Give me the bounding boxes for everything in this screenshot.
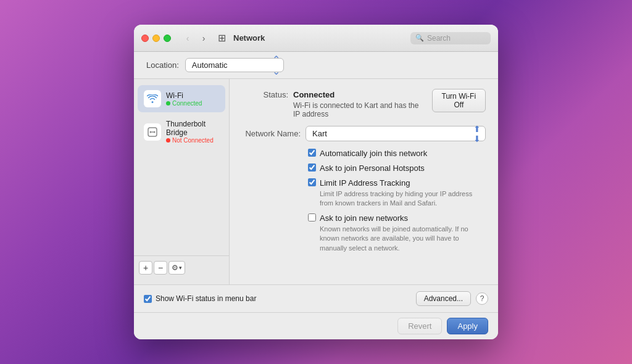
checkbox-hotspot: Ask to join Personal Hotspots: [308, 162, 486, 173]
checkboxes-area: Automatically join this network Ask to j…: [242, 147, 486, 253]
limit-ip-checkbox[interactable]: [308, 178, 316, 186]
advanced-button[interactable]: Advanced...: [416, 291, 471, 306]
auto-join-content: Automatically join this network: [320, 147, 427, 159]
sidebar: Wi-Fi Connected: [134, 79, 230, 284]
auto-join-checkbox[interactable]: [308, 149, 316, 157]
location-select[interactable]: Automatic: [185, 58, 284, 72]
bottom-bar: Show Wi-Fi status in menu bar Advanced..…: [134, 284, 498, 312]
close-button[interactable]: [141, 35, 149, 42]
new-networks-checkbox[interactable]: [308, 213, 316, 221]
remove-network-button[interactable]: −: [154, 261, 167, 275]
search-box[interactable]: 🔍: [410, 32, 491, 44]
maximize-button[interactable]: [164, 35, 171, 42]
turn-wifi-off-button[interactable]: Turn Wi-Fi Off: [432, 89, 486, 112]
new-networks-desc: Known networks will be joined automatica…: [320, 225, 486, 253]
search-input[interactable]: [427, 34, 486, 43]
main-content: Wi-Fi Connected: [134, 79, 498, 284]
gear-icon: ⚙: [172, 263, 178, 272]
show-wifi-check-area: Show Wi-Fi status in menu bar: [144, 294, 416, 303]
grid-icon: ⊞: [218, 32, 226, 44]
hotspot-label[interactable]: Ask to join Personal Hotspots: [320, 163, 425, 173]
thunderbolt-status: Not Connected: [166, 137, 219, 144]
checkbox-limit-ip: Limit IP Address Tracking Limit IP addre…: [308, 177, 486, 209]
nav-buttons: ‹ ›: [181, 31, 210, 45]
bottom-right-controls: Advanced... ?: [416, 291, 488, 306]
wifi-status-dot: [166, 101, 170, 105]
thunderbolt-name: Thunderbolt Bridge: [166, 120, 219, 137]
wifi-status-text: Connected: [172, 100, 202, 107]
apply-button[interactable]: Apply: [447, 318, 488, 334]
wifi-network-info: Wi-Fi Connected: [166, 91, 202, 107]
add-network-button[interactable]: +: [139, 261, 152, 275]
network-name-label: Network Name:: [242, 129, 301, 138]
sidebar-controls: + − ⚙ ▾: [134, 255, 229, 279]
status-desc: Wi-Fi is connected to Kart and has the I…: [293, 101, 427, 118]
search-icon: 🔍: [415, 34, 424, 42]
auto-join-label[interactable]: Automatically join this network: [320, 149, 427, 158]
window-title: Network: [233, 33, 405, 43]
network-name-select[interactable]: Kart: [306, 126, 486, 141]
limit-ip-desc: Limit IP address tracking by hiding your…: [320, 189, 486, 209]
svg-point-1: [150, 131, 152, 133]
sidebar-item-thunderbolt[interactable]: Thunderbolt Bridge Not Connected: [138, 115, 225, 149]
titlebar: ‹ › ⊞ Network 🔍: [134, 25, 498, 52]
location-label: Location:: [146, 60, 179, 70]
wifi-name: Wi-Fi: [166, 91, 202, 100]
thunderbolt-status-dot: [166, 138, 170, 143]
show-wifi-checkbox[interactable]: [144, 295, 152, 303]
network-name-select-wrap: Kart ⬆⬇: [306, 126, 486, 141]
help-button[interactable]: ?: [476, 292, 488, 305]
network-options-button[interactable]: ⚙ ▾: [168, 261, 185, 275]
location-bar: Location: Automatic ⌃⌄: [134, 52, 498, 79]
limit-ip-content: Limit IP Address Tracking Limit IP addre…: [320, 177, 486, 209]
network-name-row: Network Name: Kart ⬆⬇: [242, 126, 486, 141]
status-row: Status: Connected Wi-Fi is connected to …: [242, 89, 486, 118]
wifi-status: Connected: [166, 100, 202, 107]
location-select-wrap: Automatic ⌃⌄: [185, 58, 284, 72]
show-wifi-label[interactable]: Show Wi-Fi status in menu bar: [156, 294, 256, 303]
hotspot-checkbox[interactable]: [308, 163, 316, 172]
svg-point-2: [154, 131, 156, 133]
new-networks-label[interactable]: Ask to join new networks: [320, 213, 408, 223]
new-networks-content: Ask to join new networks Known networks …: [320, 212, 486, 253]
minimize-button[interactable]: [152, 35, 160, 42]
sidebar-item-wifi[interactable]: Wi-Fi Connected: [138, 85, 225, 112]
back-button[interactable]: ‹: [181, 31, 194, 45]
detail-panel: Status: Connected Wi-Fi is connected to …: [230, 79, 498, 284]
limit-ip-label[interactable]: Limit IP Address Tracking: [320, 178, 410, 188]
wifi-icon: [144, 90, 161, 107]
thunderbolt-status-text: Not Connected: [172, 137, 214, 144]
status-info: Connected Wi-Fi is connected to Kart and…: [293, 89, 427, 118]
revert-button[interactable]: Revert: [397, 318, 442, 334]
thunderbolt-network-info: Thunderbolt Bridge Not Connected: [166, 120, 219, 144]
status-value: Connected: [293, 90, 335, 99]
checkbox-new-networks: Ask to join new networks Known networks …: [308, 212, 486, 253]
thunderbolt-icon: [144, 123, 161, 141]
traffic-lights: [141, 35, 171, 42]
hotspot-content: Ask to join Personal Hotspots: [320, 162, 425, 173]
status-label: Status:: [242, 89, 288, 99]
forward-button[interactable]: ›: [197, 31, 210, 45]
gear-chevron-icon: ▾: [179, 265, 182, 271]
action-bar: Revert Apply: [134, 312, 498, 339]
network-preferences-window: ‹ › ⊞ Network 🔍 Location: Automatic ⌃⌄: [134, 25, 498, 339]
checkbox-auto-join: Automatically join this network: [308, 147, 486, 159]
